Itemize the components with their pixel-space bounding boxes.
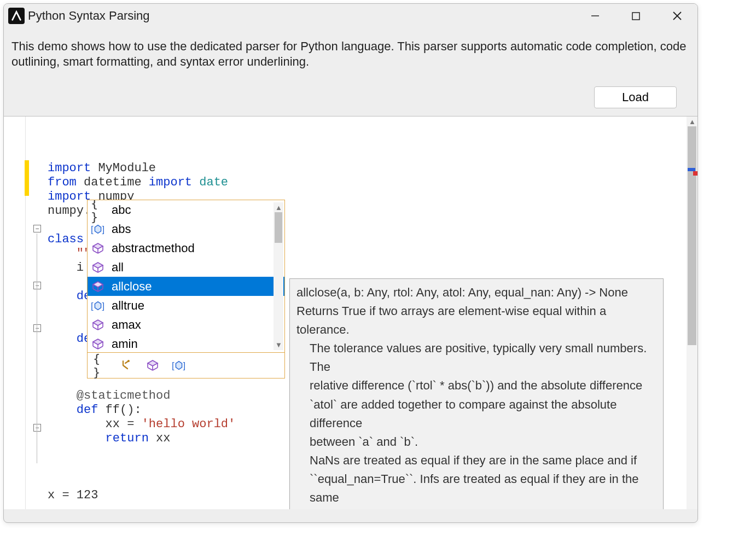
doc-line: between `a` and `b`.	[296, 433, 656, 451]
close-icon	[672, 11, 682, 21]
svg-rect-1	[632, 13, 639, 20]
svg-line-51	[148, 368, 153, 370]
doc-line: The tolerance values are positive, typic…	[296, 339, 656, 376]
svg-line-13	[98, 251, 103, 253]
doc-line: ``equal_nan=True``. Infs are treated as …	[296, 470, 656, 507]
fold-handle[interactable]: −	[33, 424, 41, 432]
svg-marker-5	[95, 225, 101, 233]
scroll-down-icon: ▼	[275, 341, 282, 349]
autocomplete-scrollbar[interactable]: ▲ ▼	[274, 202, 283, 350]
doc-line: Returns True if two arrays are element-w…	[296, 302, 656, 339]
svg-line-12	[93, 251, 98, 253]
autocomplete-item-label: alltrue	[112, 299, 144, 313]
window-title: Python Syntax Parsing	[28, 9, 150, 23]
autocomplete-item-label: all	[112, 260, 124, 275]
svg-marker-31	[93, 320, 103, 325]
fold-handle[interactable]: −	[33, 324, 41, 332]
svg-marker-38	[93, 339, 103, 345]
editor-gutter	[4, 117, 26, 509]
svg-point-45	[127, 360, 130, 362]
window-controls	[574, 4, 697, 28]
class-icon	[91, 280, 105, 294]
scroll-up-icon: ▲	[275, 203, 282, 212]
fold-handle[interactable]: −	[33, 225, 41, 232]
svg-text:[: [	[91, 300, 94, 311]
doc-line: `atol` are added together to compare aga…	[296, 395, 656, 433]
svg-marker-46	[148, 360, 158, 366]
svg-text:[: [	[172, 360, 175, 371]
autocomplete-item-label: allclose	[112, 280, 152, 294]
load-button[interactable]: Load	[594, 86, 677, 108]
maximize-button[interactable]	[615, 4, 656, 28]
svg-line-36	[93, 327, 98, 330]
doc-line: relative difference (`rtol` * abs(`b`)) …	[296, 376, 656, 395]
fold-handle[interactable]: −	[33, 282, 41, 289]
svg-line-43	[93, 346, 98, 349]
autocomplete-item[interactable]: { }abc	[88, 200, 284, 219]
svg-text:]: ]	[183, 360, 185, 371]
svg-marker-29	[95, 301, 101, 310]
svg-line-44	[98, 346, 103, 349]
svg-text:]: ]	[102, 224, 104, 234]
keyword-filter-icon[interactable]	[119, 358, 133, 372]
class-icon	[91, 337, 105, 351]
minimize-icon	[591, 11, 600, 20]
svg-marker-21	[93, 282, 103, 287]
fold-line	[37, 234, 37, 463]
close-button[interactable]	[656, 4, 697, 28]
description-text: This demo shows how to use the dedicated…	[11, 39, 690, 69]
namespace-icon: { }	[91, 203, 105, 217]
scrollbar-thumb[interactable]	[688, 126, 696, 345]
svg-text:[: [	[91, 224, 94, 234]
doc-line: place and of the same sign in bot...	[296, 507, 656, 509]
autocomplete-item[interactable]: []alltrue	[88, 296, 284, 315]
svg-marker-7	[93, 243, 103, 249]
minimap-error-marker	[693, 171, 697, 176]
class-icon	[91, 260, 105, 275]
autocomplete-item[interactable]: []abs	[88, 219, 284, 238]
svg-line-20	[98, 270, 103, 272]
autocomplete-item-label: amax	[112, 318, 141, 332]
autocomplete-list[interactable]: { }abc[]absabstractmethodallallclose[]al…	[88, 200, 284, 352]
svg-marker-54	[176, 362, 182, 370]
autocomplete-item[interactable]: allclose	[88, 277, 284, 296]
autocomplete-item-label: abs	[112, 222, 131, 236]
autocomplete-item-label: amin	[112, 337, 138, 351]
module-filter-icon[interactable]: []	[172, 358, 186, 372]
module-icon: []	[91, 222, 105, 236]
svg-line-52	[153, 368, 158, 370]
svg-line-27	[98, 289, 103, 292]
svg-line-19	[93, 270, 98, 272]
autocomplete-item[interactable]: abstractmethod	[88, 238, 284, 258]
maximize-icon	[632, 12, 640, 20]
autocomplete-popup: { }abc[]absabstractmethodallallclose[]al…	[87, 200, 285, 379]
autocomplete-item[interactable]: all	[88, 258, 284, 277]
scroll-up-icon: ▲	[689, 118, 696, 126]
autocomplete-item[interactable]: amax	[88, 315, 284, 334]
code-editor[interactable]: − − − − import MyModule from datetime im…	[4, 117, 697, 509]
autocomplete-filter-toolbar: { } []	[88, 352, 284, 378]
header-panel: This demo shows how to use the dedicated…	[4, 28, 697, 117]
class-icon	[91, 241, 105, 255]
autocomplete-item-label: abstractmethod	[112, 241, 195, 255]
svg-text:]: ]	[102, 300, 104, 311]
autocomplete-item-label: abc	[112, 203, 131, 217]
class-filter-icon[interactable]	[146, 358, 160, 372]
class-icon	[91, 318, 105, 332]
editor-scrollbar[interactable]: ▲	[687, 117, 697, 509]
module-icon: []	[91, 299, 105, 313]
doc-line: NaNs are treated as equal if they are in…	[296, 451, 656, 470]
autocomplete-item[interactable]: amin	[88, 334, 284, 352]
minimize-button[interactable]	[574, 4, 615, 28]
svg-line-37	[98, 327, 103, 330]
svg-marker-14	[93, 263, 103, 268]
app-window: Python Syntax Parsing This demo shows ho…	[3, 3, 698, 523]
scrollbar-thumb[interactable]	[275, 212, 282, 243]
change-marker	[25, 160, 29, 196]
svg-line-26	[93, 289, 98, 292]
titlebar: Python Syntax Parsing	[4, 4, 697, 28]
namespace-filter-icon[interactable]: { }	[93, 358, 107, 372]
documentation-tooltip: allclose(a, b: Any, rtol: Any, atol: Any…	[289, 278, 664, 509]
doc-signature: allclose(a, b: Any, rtol: Any, atol: Any…	[296, 283, 656, 302]
app-icon	[8, 8, 25, 24]
